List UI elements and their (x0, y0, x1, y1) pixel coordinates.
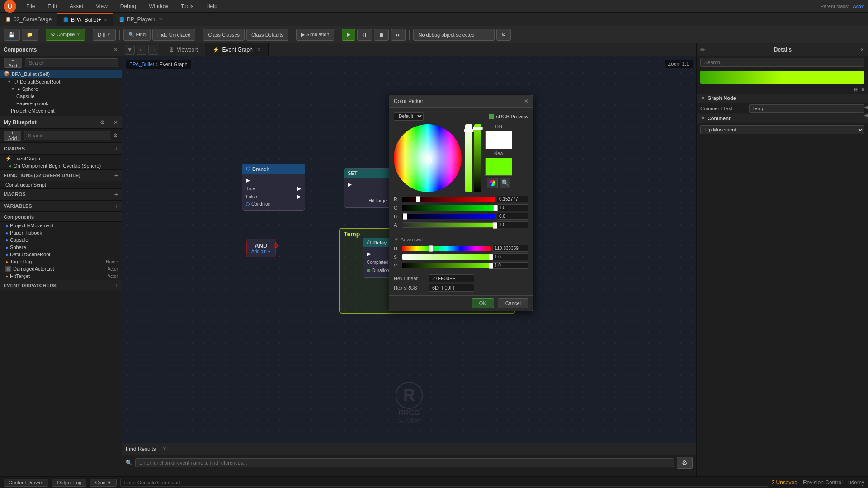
cp-wheel-wrapper[interactable] (394, 124, 462, 192)
var-targettag[interactable]: ● TargetTag Name (0, 258, 122, 265)
var-paperflipbook[interactable]: ● PaperFlipbook (0, 229, 122, 236)
menu-file[interactable]: File (24, 2, 38, 10)
tab-bp-player[interactable]: 📘 BP_Player+ ✕ (113, 13, 168, 26)
cp-h-track[interactable] (402, 246, 491, 251)
pause-button[interactable]: ⏸ (357, 29, 372, 41)
var-sphere[interactable]: ● Sphere (0, 244, 122, 251)
tab-gamestage[interactable]: 📋 02_GameStage (0, 13, 57, 26)
graphs-section[interactable]: GRAPHS + (0, 143, 122, 155)
tree-item-paperflipbook[interactable]: PaperFlipbook (0, 100, 122, 107)
functions-section[interactable]: FUNCTIONS (22 OVERRIDABLE) + (0, 169, 122, 181)
cp-s-input[interactable] (492, 253, 528, 260)
debug-object-selector[interactable]: No debug object selected (413, 29, 495, 41)
menu-window[interactable]: Window (146, 2, 171, 10)
components-close-icon[interactable]: ✕ (113, 47, 118, 53)
cp-g-input[interactable] (497, 204, 528, 211)
menu-debug[interactable]: Debug (118, 2, 139, 10)
find-button[interactable]: 🔍 Find (123, 29, 151, 41)
graphs-add-icon[interactable]: + (114, 145, 118, 152)
variables-add-icon[interactable]: + (114, 202, 118, 210)
comment-section[interactable]: ▼ Comment (697, 114, 868, 123)
variables-section[interactable]: VARIABLES + (0, 200, 122, 212)
tree-item-bpa-bullet[interactable]: 📦 BPA_Bullet (Self) (0, 70, 122, 78)
macros-add-icon[interactable]: + (114, 191, 118, 198)
tab-bpa-bullet[interactable]: 📘 BPA_Bullet+ ✕ (57, 13, 113, 26)
menu-view[interactable]: View (93, 2, 110, 10)
add-component-button[interactable]: + Add (4, 58, 22, 68)
event-graph-item[interactable]: ⚡ EventGraph (0, 155, 122, 162)
details-search[interactable] (700, 58, 864, 67)
cp-hex-linear-input[interactable] (429, 274, 474, 282)
console-input[interactable] (120, 479, 768, 487)
details-list-icon[interactable]: ≡ (861, 86, 864, 93)
details-close-icon[interactable]: ✕ (860, 47, 864, 53)
branch-true-pin[interactable]: True ▶ (246, 184, 301, 192)
and-output-pin[interactable] (274, 243, 278, 248)
var-damagedactorlist[interactable]: ▦ DamagedActorList Actor (0, 265, 122, 272)
class-classes-button[interactable]: Class Classes (203, 29, 245, 41)
diff-button[interactable]: Diff ▼ (93, 29, 115, 41)
cp-advanced-toggle[interactable]: ▼ Advanced (394, 237, 528, 242)
components-var-section[interactable]: Components (0, 212, 122, 222)
cp-r-input[interactable] (497, 196, 528, 202)
nav-back-btn[interactable]: ← (137, 45, 146, 55)
step-button[interactable]: ⏭ (391, 29, 406, 41)
stop-button[interactable]: ⏹ (374, 29, 389, 41)
cp-color-swatch-btn[interactable] (487, 178, 498, 188)
menu-edit[interactable]: Edit (45, 2, 60, 10)
components-search[interactable] (25, 58, 118, 67)
cp-v-input[interactable] (492, 262, 528, 269)
branch-condition-pin[interactable]: Condition (246, 201, 301, 207)
event-dispatchers-add-icon[interactable]: + (114, 282, 118, 289)
nav-forward-btn[interactable]: → (148, 45, 158, 55)
save-button[interactable]: 💾 (4, 29, 20, 41)
tab-event-graph[interactable]: ⚡ Event Graph ✕ (205, 43, 268, 56)
hide-unrelated-button[interactable]: Hide Unrelated (152, 29, 195, 41)
add-pin-label[interactable]: Add pin + (251, 249, 271, 254)
tab-bp-player-close[interactable]: ✕ (159, 17, 162, 22)
functions-add-icon[interactable]: + (114, 172, 118, 179)
cp-hex-srgb-input[interactable] (429, 284, 474, 292)
menu-tools[interactable]: Tools (178, 2, 196, 10)
details-grid-icon[interactable]: ⊞ (854, 86, 859, 93)
right-expand-arrow[interactable]: ◀ (864, 112, 868, 118)
nav-dropdown-btn[interactable]: ▼ (125, 45, 135, 55)
menu-help[interactable]: Help (203, 2, 220, 10)
cmd-btn[interactable]: Cmd ▼ (90, 479, 116, 487)
comment-text-input[interactable] (749, 104, 864, 113)
right-collapse-arrow[interactable]: ◀ (864, 104, 868, 110)
tab-bpa-bullet-close[interactable]: ✕ (104, 17, 108, 22)
cp-eyedropper-btn[interactable]: 🔍 (500, 178, 510, 188)
tab-viewport[interactable]: 🖥 Viewport (161, 43, 205, 56)
set-exec-in[interactable]: ▶ (348, 180, 394, 188)
cp-r-track[interactable] (402, 197, 495, 202)
var-defaultsceneroot[interactable]: ● DefaultSceneRoot (0, 251, 122, 258)
construction-script-item[interactable]: ConstructionScript (0, 181, 122, 188)
up-movement-select[interactable]: Up Movement (700, 125, 864, 134)
my-blueprint-close-icon[interactable]: ✕ (113, 119, 118, 126)
event-dispatchers-section[interactable]: EVENT DISPATCHERS + (0, 280, 122, 291)
overlap-item[interactable]: ● On Component Begin Overlap (Sphere) (0, 162, 122, 169)
compile-button[interactable]: ⚙ Compile ▼ (46, 29, 85, 41)
cp-vert-slider-2[interactable] (474, 124, 481, 192)
event-graph-tab-close[interactable]: ✕ (257, 47, 261, 52)
cp-b-input[interactable] (497, 213, 528, 220)
cp-ok-button[interactable]: OK (472, 298, 494, 308)
menu-asset[interactable]: Asset (67, 2, 86, 10)
var-hittarget[interactable]: ● HitTarget Actor (0, 272, 122, 280)
class-defaults-button[interactable]: Class Defaults (246, 29, 288, 41)
tree-item-projectilemovement[interactable]: ProjectileMovement (0, 107, 122, 114)
and-node[interactable]: AND Add pin + (246, 239, 276, 257)
cp-v-track[interactable] (402, 263, 491, 268)
breadcrumb-current[interactable]: Event Graph (160, 61, 188, 67)
graph-node-section[interactable]: ▼ Graph Node (697, 94, 868, 103)
tree-item-sphere[interactable]: ▼ ● Sphere (0, 85, 122, 93)
my-blueprint-settings-icon[interactable]: ⚙ (100, 119, 105, 126)
tree-item-capsule[interactable]: Capsule (0, 93, 122, 100)
find-results-close-icon[interactable]: ✕ (162, 446, 167, 452)
find-results-search[interactable] (135, 458, 674, 467)
find-results-search-btn[interactable]: ⚙ (677, 457, 693, 469)
cp-theme-selector[interactable]: Default (394, 112, 424, 121)
branch-node[interactable]: ⬡ Branch ▶ True ▶ False ▶ (242, 164, 305, 211)
debug-options-button[interactable]: ⚙ (496, 29, 511, 41)
